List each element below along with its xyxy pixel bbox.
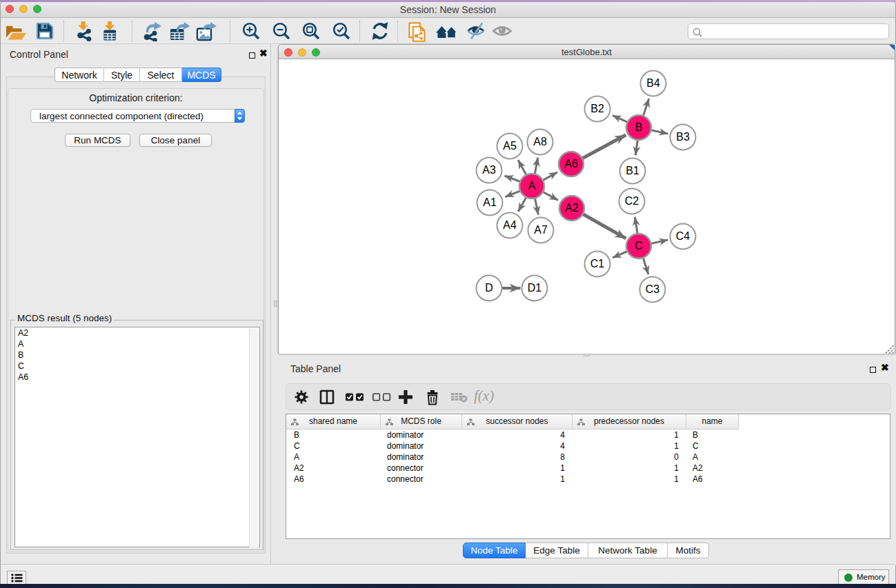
svg-text:C3: C3 [646, 283, 660, 295]
svg-text:C2: C2 [625, 195, 639, 207]
svg-text:B1: B1 [626, 165, 639, 176]
svg-text:C1: C1 [590, 258, 605, 270]
svg-text:A4: A4 [503, 219, 517, 231]
svg-text:A6: A6 [564, 158, 578, 170]
svg-text:B4: B4 [646, 77, 660, 89]
svg-text:A2: A2 [565, 202, 579, 214]
svg-text:D1: D1 [528, 282, 542, 294]
svg-text:C: C [635, 240, 643, 252]
svg-text:A: A [528, 180, 536, 192]
svg-text:A1: A1 [483, 196, 497, 208]
svg-text:B: B [635, 121, 643, 133]
svg-text:D: D [485, 282, 493, 294]
svg-text:A3: A3 [482, 164, 496, 176]
svg-text:A7: A7 [534, 224, 548, 236]
svg-text:B3: B3 [676, 131, 690, 143]
svg-text:C4: C4 [676, 230, 690, 242]
svg-text:A5: A5 [503, 140, 517, 152]
svg-text:B2: B2 [590, 103, 604, 114]
svg-text:A8: A8 [533, 136, 547, 148]
